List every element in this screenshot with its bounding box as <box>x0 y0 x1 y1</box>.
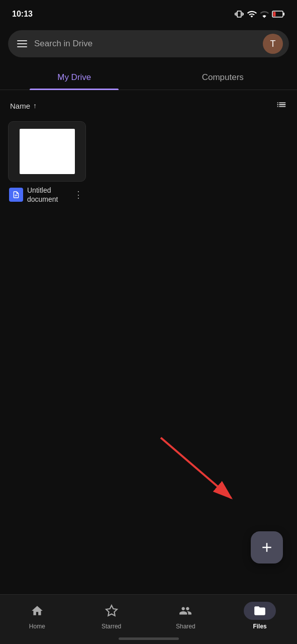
star-icon <box>105 604 118 617</box>
star-icon-wrap <box>95 602 128 620</box>
search-bar[interactable]: Search in Drive T <box>8 30 289 57</box>
file-info: Untitled document ⋮ <box>8 186 86 204</box>
people-icon-wrap <box>169 602 202 620</box>
file-name: Untitled document <box>27 186 68 204</box>
file-thumbnail <box>8 121 86 182</box>
drive-tabs: My Drive Computers <box>0 65 297 90</box>
file-card[interactable]: Untitled document ⋮ <box>8 121 86 204</box>
sort-row: Name ↑ <box>0 90 297 117</box>
svg-marker-5 <box>106 605 117 616</box>
home-indicator <box>119 637 179 640</box>
folder-icon-wrap <box>244 602 276 620</box>
sort-label-text: Name <box>10 102 30 110</box>
doc-preview <box>20 129 75 174</box>
tab-computers[interactable]: Computers <box>149 65 298 90</box>
folder-icon <box>253 604 266 617</box>
nav-item-shared[interactable]: Shared <box>149 602 223 630</box>
hamburger-icon[interactable] <box>17 40 27 47</box>
home-icon <box>31 604 44 617</box>
signal-icon <box>260 10 269 19</box>
nav-label-files: Files <box>253 623 266 630</box>
arrow-annotation <box>151 433 251 513</box>
sort-button[interactable]: Name ↑ <box>10 102 37 110</box>
fab-container <box>251 531 283 564</box>
home-icon-wrap <box>21 602 53 620</box>
nav-item-home[interactable]: Home <box>0 602 74 630</box>
sort-arrow-icon: ↑ <box>33 102 37 110</box>
nav-label-starred: Starred <box>102 623 121 630</box>
svg-line-4 <box>161 438 231 498</box>
file-grid: Untitled document ⋮ <box>0 117 297 212</box>
svg-rect-2 <box>273 12 276 17</box>
wifi-icon <box>247 9 257 19</box>
bottom-nav: Home Starred Shared Files <box>0 594 297 644</box>
search-placeholder[interactable]: Search in Drive <box>34 39 256 49</box>
user-avatar[interactable]: T <box>263 34 283 54</box>
add-fab-button[interactable] <box>251 531 283 564</box>
plus-icon <box>259 540 274 555</box>
status-time: 10:13 <box>12 10 33 19</box>
tab-my-drive[interactable]: My Drive <box>0 65 149 90</box>
nav-item-files[interactable]: Files <box>223 602 297 630</box>
svg-rect-1 <box>283 13 284 16</box>
vibrate-icon <box>235 10 244 19</box>
status-icons <box>235 9 285 19</box>
nav-item-starred[interactable]: Starred <box>74 602 149 630</box>
nav-label-shared: Shared <box>176 623 195 630</box>
google-doc-icon <box>9 188 23 202</box>
status-bar: 10:13 <box>0 0 297 26</box>
people-icon <box>179 604 192 617</box>
list-view-button[interactable] <box>276 99 287 112</box>
file-more-button[interactable]: ⋮ <box>72 187 85 202</box>
nav-label-home: Home <box>29 623 45 630</box>
battery-icon <box>272 10 285 19</box>
